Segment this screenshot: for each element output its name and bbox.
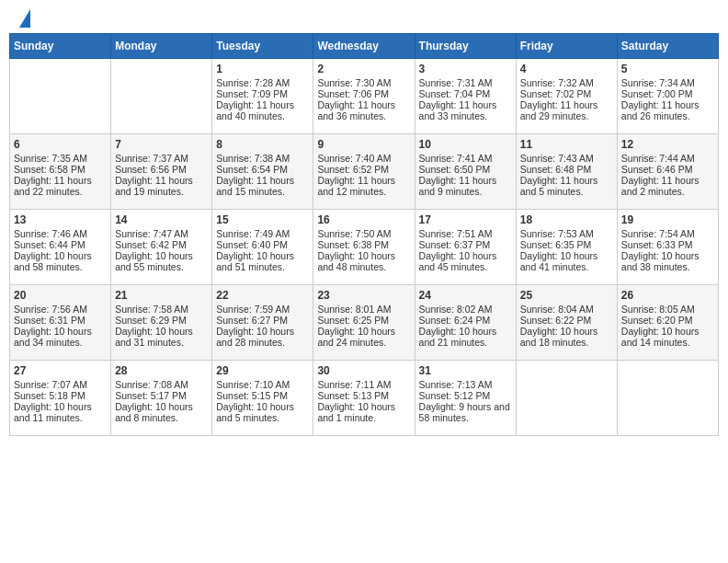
daylight: Daylight: 10 hours and 51 minutes. [216,250,294,272]
calendar-cell: 24 Sunrise: 8:02 AM Sunset: 6:24 PM Dayl… [415,285,516,361]
sunrise: Sunrise: 7:30 AM [317,77,391,88]
sunrise: Sunrise: 7:32 AM [520,77,594,88]
daylight: Daylight: 10 hours and 5 minutes. [216,401,294,423]
day-number: 22 [216,289,309,302]
sunset: Sunset: 6:20 PM [621,315,693,326]
day-number: 19 [621,213,714,226]
day-number: 29 [216,364,309,377]
sunset: Sunset: 6:48 PM [520,164,592,175]
sunset: Sunset: 6:40 PM [216,239,288,250]
daylight: Daylight: 11 hours and 9 minutes. [419,175,497,197]
day-number: 13 [14,213,107,226]
sunset: Sunset: 6:33 PM [621,239,693,250]
sunrise: Sunrise: 7:49 AM [216,228,290,239]
calendar-cell: 25 Sunrise: 8:04 AM Sunset: 6:22 PM Dayl… [516,285,617,361]
day-number: 3 [419,63,512,75]
day-number: 12 [621,138,714,151]
daylight: Daylight: 11 hours and 15 minutes. [216,175,294,197]
daylight: Daylight: 11 hours and 2 minutes. [621,175,700,197]
sunset: Sunset: 6:56 PM [115,164,187,175]
day-number: 28 [115,364,208,377]
calendar-cell: 20 Sunrise: 7:56 AM Sunset: 6:31 PM Dayl… [10,285,111,361]
calendar-cell: 13 Sunrise: 7:46 AM Sunset: 6:44 PM Dayl… [10,210,111,285]
sunrise: Sunrise: 7:28 AM [216,77,290,88]
calendar-cell: 29 Sunrise: 7:10 AM Sunset: 5:15 PM Dayl… [212,361,313,436]
daylight: Daylight: 10 hours and 18 minutes. [520,326,598,348]
sunset: Sunset: 6:54 PM [216,164,288,175]
sunset: Sunset: 7:04 PM [419,88,491,99]
daylight: Daylight: 11 hours and 36 minutes. [317,99,395,121]
week-row-1: 1 Sunrise: 7:28 AM Sunset: 7:09 PM Dayli… [10,59,719,134]
calendar-cell: 7 Sunrise: 7:37 AM Sunset: 6:56 PM Dayli… [111,134,212,210]
sunset: Sunset: 7:06 PM [317,88,389,99]
day-number: 7 [115,138,208,151]
sunrise: Sunrise: 7:58 AM [115,304,188,315]
sunset: Sunset: 5:17 PM [115,390,187,401]
day-number: 21 [115,289,208,302]
calendar-cell: 12 Sunrise: 7:44 AM Sunset: 6:46 PM Dayl… [617,134,718,210]
sunrise: Sunrise: 7:51 AM [419,228,493,239]
daylight: Daylight: 10 hours and 24 minutes. [317,326,395,348]
day-number: 25 [520,289,613,302]
calendar-cell: 10 Sunrise: 7:41 AM Sunset: 6:50 PM Dayl… [415,134,516,210]
daylight: Daylight: 10 hours and 38 minutes. [621,250,700,272]
week-row-3: 13 Sunrise: 7:46 AM Sunset: 6:44 PM Dayl… [10,210,719,285]
sunrise: Sunrise: 7:46 AM [14,228,87,239]
day-number: 14 [115,213,208,226]
calendar-cell: 26 Sunrise: 8:05 AM Sunset: 6:20 PM Dayl… [617,285,718,361]
sunset: Sunset: 5:18 PM [14,390,85,401]
day-number: 26 [621,289,714,302]
day-number: 27 [14,364,107,377]
daylight: Daylight: 10 hours and 1 minute. [317,401,395,423]
calendar-cell: 23 Sunrise: 8:01 AM Sunset: 6:25 PM Dayl… [313,285,415,361]
calendar-cell: 15 Sunrise: 7:49 AM Sunset: 6:40 PM Dayl… [212,210,313,285]
sunset: Sunset: 6:29 PM [115,315,187,326]
week-row-5: 27 Sunrise: 7:07 AM Sunset: 5:18 PM Dayl… [10,361,719,436]
sunrise: Sunrise: 7:35 AM [14,153,87,164]
day-number: 11 [520,138,613,151]
day-number: 10 [419,138,512,151]
day-number: 4 [520,63,613,75]
calendar-cell: 8 Sunrise: 7:38 AM Sunset: 6:54 PM Dayli… [212,134,313,210]
week-row-4: 20 Sunrise: 7:56 AM Sunset: 6:31 PM Dayl… [10,285,719,361]
sunrise: Sunrise: 7:41 AM [419,153,493,164]
sunset: Sunset: 7:00 PM [621,88,693,99]
daylight: Daylight: 11 hours and 22 minutes. [14,175,92,197]
calendar-cell: 11 Sunrise: 7:43 AM Sunset: 6:48 PM Dayl… [516,134,617,210]
daylight: Daylight: 10 hours and 55 minutes. [115,250,193,272]
day-number: 9 [317,138,410,151]
calendar-cell: 27 Sunrise: 7:07 AM Sunset: 5:18 PM Dayl… [10,361,111,436]
sunset: Sunset: 5:15 PM [216,390,288,401]
day-number: 5 [621,63,714,75]
sunrise: Sunrise: 7:38 AM [216,153,290,164]
weekday-header-friday: Friday [516,34,617,59]
sunrise: Sunrise: 7:11 AM [317,379,391,390]
daylight: Daylight: 10 hours and 31 minutes. [115,326,193,348]
calendar-cell: 3 Sunrise: 7:31 AM Sunset: 7:04 PM Dayli… [415,59,516,134]
weekday-header-monday: Monday [111,34,212,59]
weekday-header-row: SundayMondayTuesdayWednesdayThursdayFrid… [10,34,719,59]
calendar-cell: 21 Sunrise: 7:58 AM Sunset: 6:29 PM Dayl… [111,285,212,361]
weekday-header-wednesday: Wednesday [313,34,415,59]
sunrise: Sunrise: 7:56 AM [14,304,87,315]
sunset: Sunset: 5:13 PM [317,390,389,401]
calendar-cell: 18 Sunrise: 7:53 AM Sunset: 6:35 PM Dayl… [516,210,617,285]
calendar-cell: 22 Sunrise: 7:59 AM Sunset: 6:27 PM Dayl… [212,285,313,361]
calendar-cell: 31 Sunrise: 7:13 AM Sunset: 5:12 PM Dayl… [415,361,516,436]
sunset: Sunset: 6:35 PM [520,239,592,250]
sunrise: Sunrise: 7:34 AM [621,77,695,88]
daylight: Daylight: 11 hours and 33 minutes. [419,99,497,121]
day-number: 8 [216,138,309,151]
weekday-header-tuesday: Tuesday [212,34,313,59]
calendar-cell [617,361,718,436]
sunset: Sunset: 6:37 PM [419,239,491,250]
day-number: 20 [14,289,107,302]
day-number: 30 [317,364,410,377]
day-number: 2 [317,63,410,75]
sunrise: Sunrise: 7:59 AM [216,304,290,315]
weekday-header-saturday: Saturday [617,34,718,59]
calendar-cell: 4 Sunrise: 7:32 AM Sunset: 7:02 PM Dayli… [516,59,617,134]
sunrise: Sunrise: 7:37 AM [115,153,188,164]
day-number: 31 [419,364,512,377]
day-number: 18 [520,213,613,226]
